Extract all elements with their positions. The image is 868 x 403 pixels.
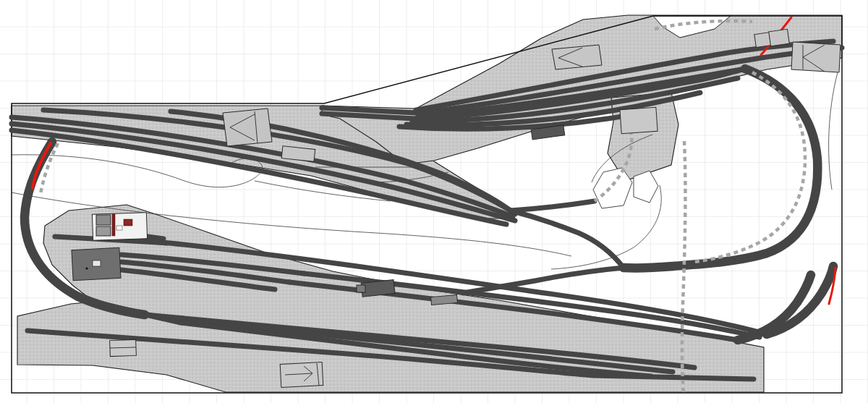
arrow-building-upper[interactable]	[552, 45, 602, 69]
yard-building-b[interactable]	[769, 29, 790, 46]
small-building-lower-left[interactable]	[110, 339, 137, 356]
f120157-building-complex[interactable]	[92, 213, 147, 241]
k-building[interactable]	[791, 42, 841, 72]
plan-svg	[0, 0, 868, 403]
track-plan-canvas	[0, 0, 868, 403]
engine-shed-building[interactable]	[223, 109, 272, 146]
yard-building-c[interactable]	[620, 107, 658, 133]
au-13233-building[interactable]	[72, 247, 121, 280]
arrow-building-lower[interactable]	[280, 362, 323, 388]
